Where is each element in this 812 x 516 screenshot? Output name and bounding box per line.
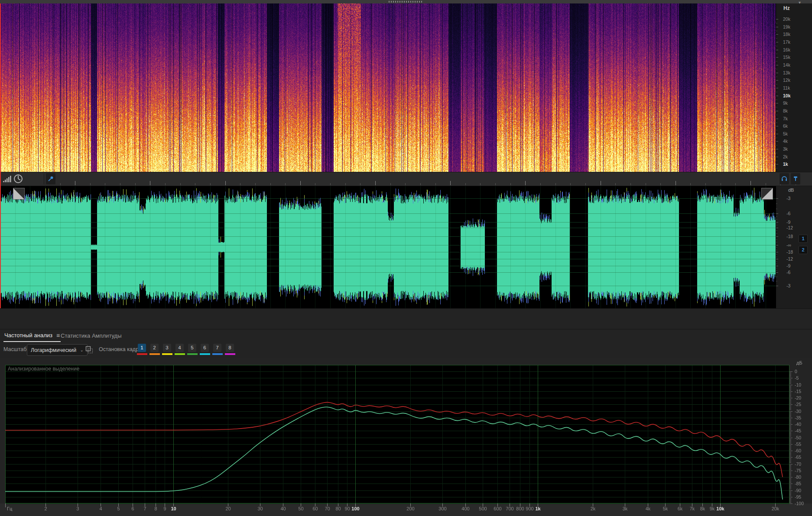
hz-tick-mark <box>776 92 777 92</box>
hz-tick-mark <box>776 138 777 138</box>
hold-frame-button-5[interactable]: 5 <box>187 344 198 356</box>
hz-tick-mark <box>776 119 778 119</box>
db-tick-mark <box>776 272 778 273</box>
transport-bar: 0:00.000 <box>0 308 812 329</box>
corner-resize-handle[interactable] <box>13 188 25 200</box>
hold-frame-button-1[interactable]: 1 <box>137 344 147 356</box>
waveform-display[interactable] <box>0 186 776 308</box>
panel-tabs: Частотный анализ ≡ Статистика Амплитуды <box>0 329 812 342</box>
frequency-analysis-plot[interactable] <box>0 358 812 516</box>
hold-frame-button-4[interactable]: 4 <box>175 344 185 356</box>
hz-tick-mark <box>776 149 778 149</box>
db-tick-mark <box>776 264 777 264</box>
hold-frame-color-bar <box>187 353 198 355</box>
hz-tick-mark <box>776 115 777 115</box>
monitor-knob-icon[interactable] <box>13 174 23 184</box>
db-tick-mark <box>776 277 777 277</box>
hz-tick-label: 17k <box>783 39 790 45</box>
hold-frame-color-bar <box>149 353 160 355</box>
playhead[interactable] <box>0 3 1 308</box>
hz-tick-label: 11k <box>783 85 790 90</box>
db-axis-label: -90 <box>795 488 801 493</box>
frequency-axis-label: 4 <box>91 506 111 511</box>
db-axis-label: 0 <box>795 369 797 374</box>
hz-tick-mark <box>776 77 777 77</box>
hz-tick-label: 18k <box>783 32 790 37</box>
chevron-down-icon[interactable]: ▾ <box>799 0 801 5</box>
hold-frame-button-2[interactable]: 2 <box>149 344 160 356</box>
hold-frame-color-bar <box>162 353 172 355</box>
spectrogram-frequency-scale: Hz ▾ 20k19k18k17k16k15k14k13k12k11k10k9k… <box>776 3 812 172</box>
db-axis-label: -15 <box>795 389 801 394</box>
hold-frame-color-bar <box>225 353 235 355</box>
channel-1-button[interactable]: 1 <box>799 235 808 243</box>
hz-tick-label: 7k <box>783 116 788 121</box>
frequency-scale-title: Hz <box>783 5 790 11</box>
channel-2-button[interactable]: 2 <box>799 246 808 254</box>
db-tick-label: -∞ <box>786 242 791 248</box>
db-tick-mark <box>776 242 777 242</box>
db-tick-mark <box>776 261 777 262</box>
headphones-icon[interactable] <box>780 173 789 184</box>
level-meter-icon <box>2 175 12 183</box>
hz-tick-label: 8k <box>783 108 788 113</box>
db-tick-mark <box>776 216 777 217</box>
db-tick-label: -12 <box>786 256 793 261</box>
hold-frame-button-7[interactable]: 7 <box>212 344 223 356</box>
hold-buttons: 12345678 <box>137 344 235 356</box>
corner-resize-handle[interactable] <box>761 188 773 200</box>
hz-tick-label: 14k <box>783 62 790 68</box>
db-tick-mark <box>776 252 778 252</box>
hold-frame-button-3[interactable]: 3 <box>162 344 172 356</box>
hz-tick-mark <box>776 73 778 73</box>
db-axis-label: -45 <box>795 428 801 433</box>
db-axis-label: -65 <box>795 455 801 460</box>
spectrogram-display[interactable] <box>0 3 776 172</box>
hz-tick-mark <box>776 134 778 134</box>
hz-tick-mark <box>776 27 778 27</box>
panel-menu-icon[interactable]: ≡ <box>56 332 60 339</box>
db-tick-label: -6 <box>786 270 790 275</box>
db-tick-mark <box>776 233 777 234</box>
hold-frame-color-bar <box>137 353 147 355</box>
hz-tick-mark <box>776 103 778 103</box>
db-tick-label: -12 <box>786 225 793 230</box>
pushpin-icon[interactable] <box>791 173 800 184</box>
chevron-down-icon: ⌄ <box>80 348 84 352</box>
hz-tick-label: 10k <box>783 93 791 98</box>
hold-frame-number: 8 <box>226 344 234 352</box>
db-axis-label: -80 <box>795 474 801 480</box>
hold-frame-button-6[interactable]: 6 <box>200 344 210 356</box>
divider <box>44 174 44 184</box>
scale-select[interactable]: Логарифмический ⌄ <box>27 344 88 356</box>
hz-tick-mark <box>776 107 777 107</box>
db-tick-mark <box>776 270 777 271</box>
db-tick-label: -18 <box>786 249 793 255</box>
db-axis-label: -40 <box>795 422 801 427</box>
pin-icon[interactable] <box>46 173 55 184</box>
hz-tick-mark <box>776 130 777 130</box>
scale-label: Масштаб: <box>3 346 28 352</box>
amplitude-scale-title: dB <box>788 187 794 193</box>
hz-tick-mark <box>776 96 778 96</box>
db-tick-mark <box>776 257 777 257</box>
db-tick-mark <box>776 259 778 259</box>
db-axis-label: -95 <box>795 494 801 500</box>
db-axis-label: -25 <box>795 402 801 407</box>
frequency-axis-label: 1k <box>528 506 548 511</box>
tab-label: Статистика Амплитуды <box>61 332 121 339</box>
hold-frame-button-8[interactable]: 8 <box>225 344 235 356</box>
db-tick-label: -6 <box>786 211 790 216</box>
hz-tick-mark <box>776 80 778 81</box>
hold-frame-number: 5 <box>188 344 196 352</box>
tab-frequency-analysis[interactable]: Частотный анализ ≡ <box>3 329 61 342</box>
grip-handle-icon[interactable] <box>389 1 422 3</box>
db-tick-mark <box>776 286 778 286</box>
db-axis-label: -35 <box>795 415 801 420</box>
hz-tick-mark <box>776 61 777 61</box>
copy-graph-icon[interactable] <box>85 345 94 354</box>
tab-amplitude-statistics[interactable]: Статистика Амплитуды <box>61 329 121 342</box>
time-ruler[interactable] <box>0 172 812 186</box>
db-axis-label: -60 <box>795 448 801 453</box>
frequency-axis-label: 10 <box>164 506 184 511</box>
